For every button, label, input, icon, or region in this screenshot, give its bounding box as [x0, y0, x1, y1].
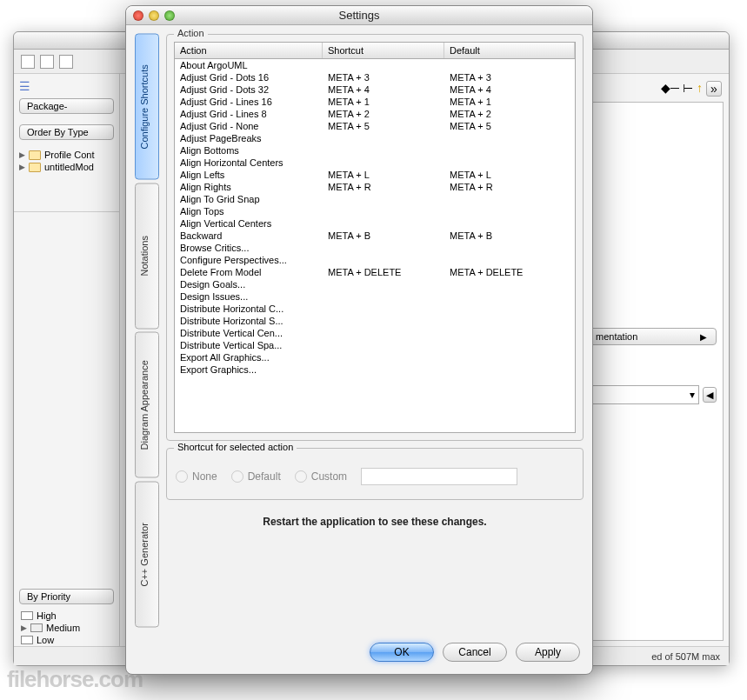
table-row[interactable]: Distribute Horizontal S... [175, 315, 575, 327]
package-selector[interactable]: Package- [19, 98, 114, 114]
radio-default-input[interactable] [231, 470, 243, 483]
connector-icon[interactable]: ⊢ [683, 81, 693, 97]
cell-shortcut [323, 254, 444, 266]
column-header-shortcut[interactable]: Shortcut [323, 43, 444, 58]
tree-label: Profile Cont [44, 150, 94, 160]
collapse-button[interactable]: ◀ [703, 387, 717, 403]
tree-item[interactable]: ▶ Profile Cont [19, 149, 114, 161]
cell-shortcut [323, 59, 444, 71]
cell-shortcut: META + R [323, 181, 444, 193]
cell-action: Align Lefts [175, 169, 323, 181]
table-row[interactable]: Align LeftsMETA + LMETA + L [175, 169, 575, 181]
expand-icon[interactable]: ▶ [19, 150, 25, 159]
radio-none-input[interactable] [176, 470, 188, 483]
close-icon[interactable] [133, 10, 143, 21]
table-row[interactable]: Align To Grid Snap [175, 193, 575, 205]
table-row[interactable]: Adjust PageBreaks [175, 132, 575, 144]
toolbar-icon[interactable] [40, 55, 54, 69]
tab-notations[interactable]: Notations [135, 183, 159, 330]
arrow-left-icon[interactable]: ◆─ [661, 81, 679, 97]
tab-diagram-appearance[interactable]: Diagram Appearance [135, 332, 159, 478]
priority-item-low[interactable]: Low [14, 634, 119, 646]
tree-item[interactable]: ▶ untitledMod [19, 161, 114, 173]
table-row[interactable]: Distribute Vertical Spa... [175, 339, 575, 351]
cell-action: Export All Graphics... [175, 351, 323, 363]
cell-shortcut [323, 132, 444, 144]
action-fieldset: Action Action Shortcut Default About Arg… [166, 34, 584, 441]
table-row[interactable]: Delete From ModelMETA + DELETEMETA + DEL… [175, 266, 575, 278]
table-body[interactable]: About ArgoUMLAdjust Grid - Dots 16META +… [175, 59, 575, 432]
arrow-up-icon[interactable]: ↑ [697, 81, 703, 97]
cell-action: Design Issues... [175, 290, 323, 303]
priority-item-medium[interactable]: ▶ Medium [14, 622, 119, 634]
tab-configure-shortcuts[interactable]: Configure Shortcuts [135, 34, 159, 180]
expand-icon[interactable]: ▶ [19, 163, 25, 171]
table-row[interactable]: Align Vertical Centers [175, 217, 575, 230]
apply-button[interactable]: Apply [516, 643, 580, 662]
priority-header[interactable]: By Priority [19, 589, 114, 604]
table-row[interactable]: BackwardMETA + BMETA + B [175, 230, 575, 242]
shortcut-fieldset: Shortcut for selected action None Defaul… [166, 448, 584, 500]
cell-shortcut [323, 351, 444, 363]
table-row[interactable]: Design Goals... [175, 278, 575, 290]
table-row[interactable]: Align Horizontal Centers [175, 157, 575, 169]
table-row[interactable]: Adjust Grid - Dots 16META + 3META + 3 [175, 71, 575, 83]
table-row[interactable]: Align Tops [175, 205, 575, 217]
table-row[interactable]: Browse Critics... [175, 242, 575, 254]
cell-action: Align Tops [175, 205, 323, 217]
cell-shortcut [323, 205, 444, 217]
folder-icon [29, 150, 41, 160]
cell-default [444, 290, 575, 303]
table-row[interactable]: Align RightsMETA + RMETA + R [175, 181, 575, 193]
zoom-icon[interactable] [164, 10, 175, 21]
table-row[interactable]: Align Bottoms [175, 144, 575, 157]
radio-default[interactable]: Default [231, 470, 281, 483]
radio-none[interactable]: None [176, 470, 217, 483]
table-row[interactable]: About ArgoUML [175, 59, 575, 71]
cancel-button[interactable]: Cancel [443, 643, 507, 662]
table-row[interactable]: Distribute Horizontal C... [175, 303, 575, 315]
cell-action: Distribute Horizontal S... [175, 315, 323, 327]
table-row[interactable]: Export All Graphics... [175, 351, 575, 363]
traffic-lights [133, 10, 175, 21]
ok-button[interactable]: OK [370, 643, 434, 662]
tab-cpp-generator[interactable]: C++ Generator [135, 482, 159, 628]
cell-default [444, 327, 575, 339]
cell-shortcut [323, 278, 444, 290]
explorer-tree[interactable]: ▶ Profile Cont ▶ untitledMod [14, 145, 119, 177]
dropdown-select[interactable]: ▾ [586, 385, 699, 404]
table-row[interactable]: Distribute Vertical Cen... [175, 327, 575, 339]
column-header-default[interactable]: Default [444, 43, 575, 58]
overflow-button[interactable]: » [706, 81, 722, 97]
cell-default [444, 59, 575, 71]
table-row[interactable]: Adjust Grid - Lines 16META + 1META + 1 [175, 96, 575, 108]
table-row[interactable]: Design Issues... [175, 290, 575, 303]
table-row[interactable]: Configure Perspectives... [175, 254, 575, 266]
expand-icon[interactable]: ▶ [21, 623, 27, 632]
cell-default: META + DELETE [444, 266, 575, 278]
watermark: filehorse.com [7, 666, 143, 693]
table-row[interactable]: Adjust Grid - Lines 8META + 2META + 2 [175, 108, 575, 120]
cell-default [444, 217, 575, 230]
table-row[interactable]: Adjust Grid - Dots 32META + 4META + 4 [175, 83, 575, 96]
minimize-icon[interactable] [149, 10, 159, 21]
column-header-action[interactable]: Action [175, 43, 323, 58]
table-header: Action Shortcut Default [175, 43, 575, 59]
custom-shortcut-field[interactable] [361, 468, 517, 485]
radio-custom-input[interactable] [295, 470, 307, 483]
dialog-titlebar[interactable]: Settings [126, 6, 592, 25]
table-row[interactable]: Adjust Grid - NoneMETA + 5META + 5 [175, 120, 575, 132]
toolbar-icon[interactable] [59, 55, 73, 69]
priority-label: Medium [46, 623, 80, 633]
chevron-right-icon: ▶ [700, 332, 707, 342]
cell-default: META + 2 [444, 108, 575, 120]
radio-custom[interactable]: Custom [295, 470, 347, 483]
tab-label: mentation [596, 331, 637, 342]
documentation-tab[interactable]: mentation ▶ [586, 328, 717, 345]
cell-shortcut: META + 5 [323, 120, 444, 132]
priority-item-high[interactable]: High [14, 610, 119, 622]
toolbar-icon[interactable] [21, 55, 35, 69]
order-by-selector[interactable]: Order By Type [19, 124, 114, 140]
cell-action: Align Bottoms [175, 144, 323, 157]
table-row[interactable]: Export Graphics... [175, 363, 575, 376]
